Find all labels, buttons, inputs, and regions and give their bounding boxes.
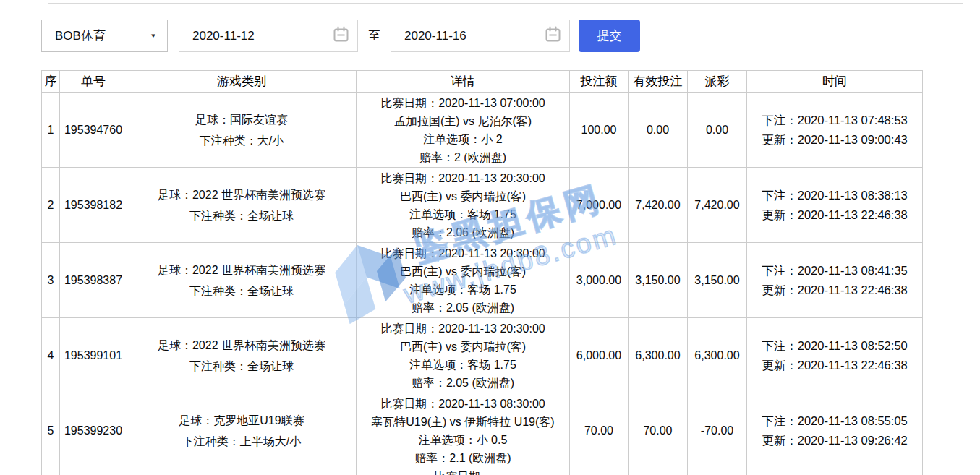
bet-records-table-wrap: 序 单号 游戏类别 详情 投注额 有效投注 派彩 时间 1 195394760 … <box>41 70 922 475</box>
detail-line: 巴西(主) vs 委内瑞拉(客) <box>357 262 569 281</box>
row-index: 1 <box>42 93 60 168</box>
bet-time-line: 下注：2020-11-13 08:55:05 <box>747 411 922 431</box>
update-time-line: 更新：2020-11-13 09:26:42 <box>747 431 922 450</box>
update-time-line: 更新：2020-11-13 22:46:38 <box>747 281 922 300</box>
time-cell: 下注：2020-11-13 08:52:50 更新：2020-11-13 22:… <box>747 318 923 393</box>
detail-line: 比赛日期：2020-11-13 20:30:00 <box>357 244 569 262</box>
header-bet-amount: 投注额 <box>570 71 629 93</box>
order-number: 195399230 <box>60 393 127 468</box>
table-header-row: 序 单号 游戏类别 详情 投注额 有效投注 派彩 时间 <box>42 71 923 93</box>
update-time-line: 更新：2020-11-13 22:46:38 <box>747 205 922 225</box>
header-time: 时间 <box>747 71 923 93</box>
bet-records-table: 序 单号 游戏类别 详情 投注额 有效投注 派彩 时间 1 195394760 … <box>41 70 923 475</box>
order-number: 195394760 <box>60 93 127 168</box>
detail-line: 比赛日期：2020-11-13 07:00:00 <box>357 94 569 112</box>
detail-line: 注单选项：客场 1.75 <box>357 205 569 223</box>
header-valid-bet: 有效投注 <box>629 71 688 93</box>
game-select-value: BOB体育 <box>55 27 106 44</box>
to-label: 至 <box>368 27 380 44</box>
valid-bet-value: 6,300.00 <box>629 318 688 393</box>
submit-button[interactable]: 提交 <box>579 20 640 52</box>
calendar-icon[interactable] <box>545 26 561 46</box>
time-cell: 下注：2020-11-13 08:55:05 更新：2020-11-13 09:… <box>747 393 923 468</box>
detail-line: 比赛日期： <box>357 468 569 475</box>
detail-line: 塞瓦特U19(主) vs 伊斯特拉 U19(客) <box>357 413 569 431</box>
calendar-icon[interactable] <box>333 26 349 46</box>
detail-line: 赔率：2.05 (欧洲盘) <box>357 374 569 392</box>
details-cell: 比赛日期：2020-11-13 20:30:00 巴西(主) vs 委内瑞拉(客… <box>357 243 570 318</box>
bet-amount-value: 6,000.00 <box>570 318 629 393</box>
row-index: 3 <box>42 243 60 318</box>
date-from-value: 2020-11-12 <box>192 29 255 43</box>
game-category-cell: 足球：2022 世界杯南美洲预选赛 下注种类：全场让球 <box>127 243 357 318</box>
date-to-input[interactable]: 2020-11-16 <box>391 20 570 52</box>
valid-bet-value: 7,420.00 <box>629 168 688 243</box>
table-row: 2 195398182 足球：2022 世界杯南美洲预选赛 下注种类：全场让球 … <box>42 168 923 243</box>
date-to-value: 2020-11-16 <box>404 29 466 43</box>
category-line: 足球：克罗地亚U19联赛 <box>127 410 356 431</box>
header-details: 详情 <box>357 71 570 93</box>
category-line: 下注种类：全场让球 <box>127 205 356 226</box>
category-line: 下注种类：全场让球 <box>127 356 356 377</box>
valid-bet-value: 0.00 <box>629 93 688 168</box>
row-index: 4 <box>42 318 60 393</box>
detail-line: 赔率：2.05 (欧洲盘) <box>357 299 569 317</box>
bet-amount-value: 70.00 <box>570 393 629 468</box>
detail-line: 赔率：2 (欧洲盘) <box>357 148 569 166</box>
header-payout: 派彩 <box>688 71 747 93</box>
details-cell: 比赛日期：2020-11-13 20:30:00 巴西(主) vs 委内瑞拉(客… <box>357 168 570 243</box>
table-row: 5 195399230 足球：克罗地亚U19联赛 下注种类：上半场大/小 比赛日… <box>42 393 923 468</box>
bet-time-line: 下注：2020-11-13 08:41:35 <box>747 261 922 281</box>
detail-line: 比赛日期：2020-11-13 20:30:00 <box>357 169 569 187</box>
time-cell: 下注：2020-11-13 07:48:53 更新：2020-11-13 09:… <box>747 93 923 168</box>
table-row-partial: 比赛日期： <box>42 468 923 475</box>
table-row: 3 195398387 足球：2022 世界杯南美洲预选赛 下注种类：全场让球 … <box>42 243 923 318</box>
game-category-cell: 足球：2022 世界杯南美洲预选赛 下注种类：全场让球 <box>127 318 357 393</box>
category-line: 足球：2022 世界杯南美洲预选赛 <box>127 260 356 281</box>
row-index: 5 <box>42 393 60 468</box>
detail-line: 注单选项：小 0.5 <box>357 431 569 449</box>
bet-time-line: 下注：2020-11-13 08:38:13 <box>747 186 922 205</box>
category-line: 下注种类：大/小 <box>127 130 356 151</box>
details-cell: 比赛日期：2020-11-13 20:30:00 巴西(主) vs 委内瑞拉(客… <box>357 318 570 393</box>
table-row: 4 195399101 足球：2022 世界杯南美洲预选赛 下注种类：全场让球 … <box>42 318 923 393</box>
detail-line: 注单选项：客场 1.75 <box>357 356 569 374</box>
category-line: 下注种类：全场让球 <box>127 281 356 301</box>
detail-line: 比赛日期：2020-11-13 20:30:00 <box>357 320 569 338</box>
order-number: 195399101 <box>60 318 127 393</box>
payout-value: 3,150.00 <box>688 243 747 318</box>
bet-time-line: 下注：2020-11-13 08:52:50 <box>747 336 922 356</box>
detail-line: 巴西(主) vs 委内瑞拉(客) <box>357 338 569 356</box>
bet-time-line: 下注：2020-11-13 07:48:53 <box>747 111 922 130</box>
game-select[interactable]: BOB体育 ▼ <box>41 20 168 52</box>
category-line: 下注种类：上半场大/小 <box>127 431 356 452</box>
detail-line: 赔率：2.06 (欧洲盘) <box>357 223 569 241</box>
payout-value: 6,300.00 <box>688 318 747 393</box>
bet-amount-value: 7,000.00 <box>570 168 629 243</box>
update-time-line: 更新：2020-11-13 22:46:38 <box>747 356 922 375</box>
time-cell: 下注：2020-11-13 08:41:35 更新：2020-11-13 22:… <box>747 243 923 318</box>
game-category-cell: 足球：克罗地亚U19联赛 下注种类：上半场大/小 <box>127 393 357 468</box>
payout-value: 7,420.00 <box>688 168 747 243</box>
chevron-down-icon: ▼ <box>150 33 157 39</box>
header-game-category: 游戏类别 <box>127 71 357 93</box>
date-from-input[interactable]: 2020-11-12 <box>179 20 358 52</box>
detail-line: 孟加拉国(主) vs 尼泊尔(客) <box>357 112 569 130</box>
update-time-line: 更新：2020-11-13 09:00:43 <box>747 130 922 150</box>
bet-amount-value: 3,000.00 <box>570 243 629 318</box>
category-line: 足球：2022 世界杯南美洲预选赛 <box>127 335 356 356</box>
top-divider <box>48 3 963 4</box>
order-number: 195398182 <box>60 168 127 243</box>
bet-amount-value: 100.00 <box>570 93 629 168</box>
detail-line: 注单选项：小 2 <box>357 130 569 148</box>
category-line: 足球：国际友谊赛 <box>127 109 356 130</box>
row-index: 2 <box>42 168 60 243</box>
detail-line: 注单选项：客场 1.75 <box>357 281 569 299</box>
valid-bet-value: 70.00 <box>629 393 688 468</box>
detail-line: 巴西(主) vs 委内瑞拉(客) <box>357 187 569 205</box>
game-category-cell: 足球：国际友谊赛 下注种类：大/小 <box>127 93 357 168</box>
payout-value: -70.00 <box>688 393 747 468</box>
table-row: 1 195394760 足球：国际友谊赛 下注种类：大/小 比赛日期：2020-… <box>42 93 923 168</box>
detail-line: 赔率：2.1 (欧洲盘) <box>357 449 569 467</box>
filter-bar: BOB体育 ▼ 2020-11-12 至 2020-11-16 提交 <box>41 20 640 52</box>
